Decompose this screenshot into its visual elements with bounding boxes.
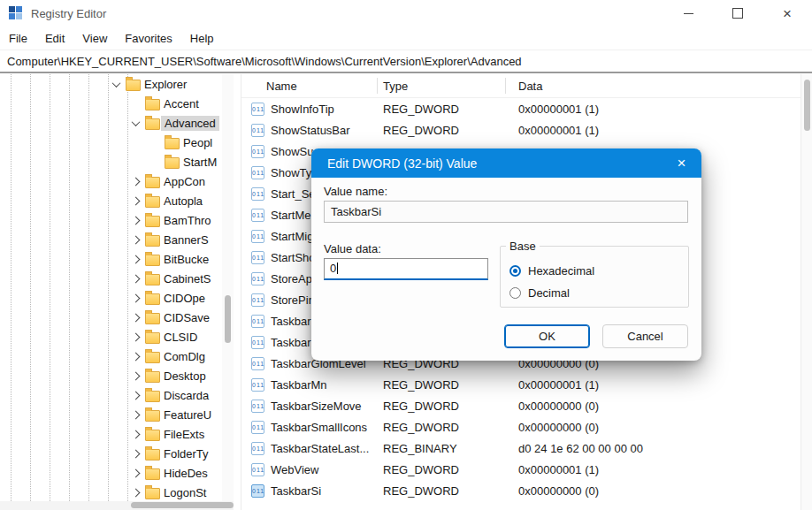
binary-value-icon: 011 (251, 357, 264, 370)
column-header-data[interactable]: Data (505, 80, 801, 93)
folder-icon (145, 449, 160, 461)
menu-edit[interactable]: Edit (36, 32, 73, 45)
value-name-text: WebView (271, 463, 318, 476)
binary-value-icon: 011 (251, 103, 264, 116)
tree-item-clsid[interactable]: CLSID (0, 327, 222, 346)
chevron-right-icon[interactable] (129, 272, 142, 285)
tree-item-label: Advanced (161, 116, 219, 131)
value-name-field[interactable]: TaskbarSi (324, 201, 688, 223)
value-name-text: StartMe (271, 209, 311, 222)
menu-file[interactable]: File (0, 32, 36, 45)
tree-item-label: CIDSave (164, 311, 210, 324)
chevron-down-icon[interactable] (110, 78, 122, 90)
chevron-right-icon[interactable] (129, 350, 142, 362)
tree-item-comdlg[interactable]: ComDlg (0, 346, 222, 366)
value-type-cell: REG_DWORD (377, 103, 505, 116)
radio-decimal-label: Decimal (528, 286, 570, 300)
tree-item-discarda[interactable]: Discarda (0, 385, 222, 405)
tree-item-featureu[interactable]: FeatureU (0, 405, 222, 424)
value-data-cell: d0 24 1e 62 00 00 00 00 (505, 442, 801, 455)
binary-value-icon: 011 (251, 484, 264, 498)
chevron-right-icon[interactable] (129, 194, 142, 207)
dialog-close-button[interactable]: × (662, 148, 701, 178)
tree-item-banners[interactable]: BannerS (0, 230, 222, 249)
radio-hexadecimal[interactable]: Hexadecimal (509, 263, 688, 278)
dialog-title-bar[interactable]: Edit DWORD (32-bit) Value × (311, 148, 701, 178)
chevron-right-icon[interactable] (129, 253, 142, 265)
tree-item-accent[interactable]: Accent (0, 94, 222, 113)
tree-item-hidedes[interactable]: HideDes (0, 463, 222, 483)
chevron-right-icon[interactable] (129, 486, 142, 499)
list-vertical-scrollbar-thumb[interactable] (804, 80, 810, 131)
chevron-right-icon[interactable] (129, 214, 142, 226)
chevron-down-icon[interactable] (129, 117, 142, 129)
tree-vertical-scrollbar[interactable] (222, 74, 234, 501)
tree-item-autopla[interactable]: Autopla (0, 191, 222, 210)
binary-value-icon: 011 (251, 442, 264, 455)
ok-button[interactable]: OK (504, 324, 590, 348)
chevron-right-icon[interactable] (129, 447, 142, 460)
value-data-input[interactable]: 0 (324, 258, 488, 280)
text-caret (337, 263, 338, 274)
tree-item-fileexts[interactable]: FileExts (0, 424, 222, 444)
value-name-text: StorePin (271, 293, 315, 307)
tree-item-appcon[interactable]: AppCon (0, 171, 222, 191)
list-row-taskbarsizemove[interactable]: 011TaskbarSizeMoveREG_DWORD0x00000000 (0… (241, 395, 801, 416)
value-type-cell: REG_DWORD (377, 378, 505, 392)
chevron-right-icon[interactable] (129, 428, 142, 440)
column-header-name[interactable]: Name (241, 80, 377, 93)
tree-item-peopl[interactable]: Peopl (0, 133, 222, 152)
menu-favorites[interactable]: Favorites (116, 32, 180, 45)
tree-item-logonst[interactable]: LogonSt (0, 483, 222, 501)
tree-item-cidsave[interactable]: CIDSave (0, 308, 222, 327)
maximize-button[interactable] (713, 0, 762, 27)
folder-icon (145, 255, 160, 266)
tree-item-explorer[interactable]: Explorer (0, 74, 222, 94)
list-row-webview[interactable]: 011WebViewREG_DWORD0x00000001 (1) (241, 459, 801, 480)
tree-horizontal-scrollbar[interactable] (0, 501, 234, 510)
radio-decimal[interactable]: Decimal (509, 285, 688, 301)
tree-item-cidope[interactable]: CIDOpe (0, 288, 222, 308)
tree-vertical-scrollbar-thumb[interactable] (225, 295, 231, 343)
list-row-showinfotip[interactable]: 011ShowInfoTipREG_DWORD0x00000001 (1) (241, 98, 801, 119)
list-row-showstatusbar[interactable]: 011ShowStatusBarREG_DWORD0x00000001 (1) (241, 119, 801, 141)
menu-help[interactable]: Help (181, 32, 223, 45)
tree-item-label: BannerS (164, 233, 209, 247)
column-divider[interactable] (505, 78, 506, 94)
column-divider[interactable] (377, 78, 378, 94)
chevron-right-icon[interactable] (129, 369, 142, 382)
folder-icon (145, 332, 160, 344)
list-vertical-scrollbar[interactable] (801, 74, 812, 510)
list-row-taskbarmn[interactable]: 011TaskbarMnREG_DWORD0x00000001 (1) (241, 374, 801, 395)
tree-item-folderty[interactable]: FolderTy (0, 444, 222, 463)
chevron-right-icon[interactable] (129, 389, 142, 401)
menu-bar: File Edit View Favorites Help (0, 27, 812, 49)
tree-item-label: Discarda (164, 389, 209, 402)
chevron-right-icon[interactable] (129, 311, 142, 324)
tree-item-cabinets[interactable]: CabinetS (0, 269, 222, 288)
chevron-right-icon[interactable] (129, 408, 142, 421)
chevron-right-icon[interactable] (129, 292, 142, 304)
chevron-right-icon[interactable] (129, 233, 142, 246)
tree-item-desktop[interactable]: Desktop (0, 366, 222, 385)
list-row-taskbarsi[interactable]: 011TaskbarSiREG_DWORD0x00000000 (0) (241, 480, 801, 501)
close-button[interactable]: × (762, 0, 812, 27)
tree-item-advanced[interactable]: Advanced (0, 113, 222, 133)
folder-icon (145, 371, 160, 383)
menu-view[interactable]: View (73, 32, 116, 45)
value-name-text: ShowStatusBar (271, 124, 350, 137)
chevron-right-icon[interactable] (129, 467, 142, 479)
column-header-type[interactable]: Type (377, 80, 505, 93)
chevron-right-icon[interactable] (129, 331, 142, 343)
chevron-right-icon[interactable] (129, 175, 142, 187)
minimize-button[interactable] (663, 0, 713, 27)
tree-horizontal-scrollbar-thumb[interactable] (131, 502, 234, 508)
tree-item-bamthro[interactable]: BamThro (0, 210, 222, 230)
list-row-taskbarsmallicons[interactable]: 011TaskbarSmallIconsREG_DWORD0x00000000 … (241, 416, 801, 438)
tree-item-bitbucke[interactable]: BitBucke (0, 249, 222, 269)
list-row-taskbarstatelast-[interactable]: 011TaskbarStateLast...REG_BINARYd0 24 1e… (241, 438, 801, 459)
tree-view: ExplorerAccentAdvancedPeoplStartMAppConA… (0, 74, 222, 501)
cancel-button[interactable]: Cancel (602, 324, 688, 348)
tree-item-startm[interactable]: StartM (0, 152, 222, 171)
address-bar[interactable]: Computer\HKEY_CURRENT_USER\Software\Micr… (0, 49, 812, 73)
